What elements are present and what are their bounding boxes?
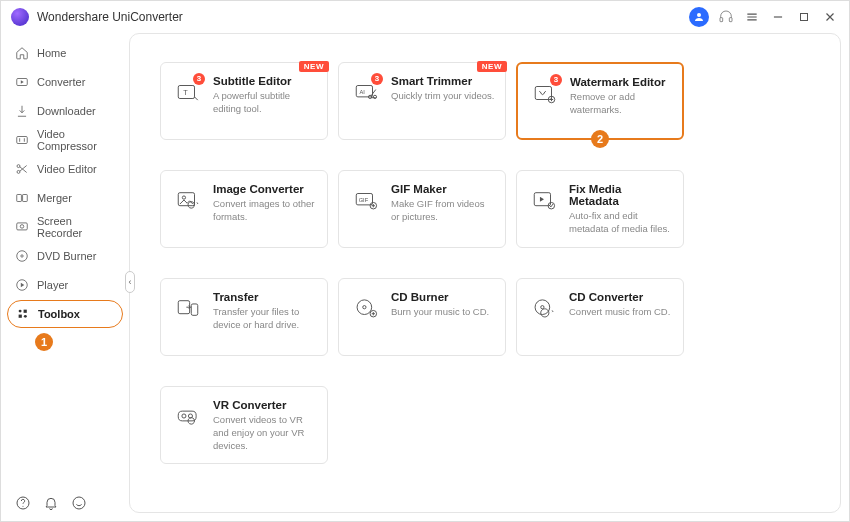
sidebar-item-video-editor[interactable]: Video Editor xyxy=(7,155,123,183)
cd-converter-icon xyxy=(529,293,559,323)
sidebar-item-dvd-burner[interactable]: DVD Burner xyxy=(7,242,123,270)
subtitle-editor-icon: T 3 xyxy=(173,77,203,107)
tool-title: Smart Trimmer xyxy=(391,75,494,87)
converter-icon xyxy=(15,75,29,89)
svg-point-21 xyxy=(73,497,85,509)
svg-point-42 xyxy=(535,300,550,315)
home-icon xyxy=(15,46,29,60)
tool-card-smart-trimmer[interactable]: NEW AI 3 Smart Trimmer Quickly trim your… xyxy=(338,62,506,140)
compress-icon xyxy=(15,133,29,147)
tools-grid-row4: VR Converter Convert videos to VR and en… xyxy=(160,386,820,464)
sidebar-item-player[interactable]: Player xyxy=(7,271,123,299)
tool-card-gif-maker[interactable]: GIF GIF Maker Make GIF from videos or pi… xyxy=(338,170,506,248)
tool-desc: Make GIF from videos or pictures. xyxy=(391,198,495,224)
svg-rect-1 xyxy=(720,18,723,22)
svg-point-12 xyxy=(17,251,28,262)
svg-rect-8 xyxy=(17,195,22,202)
watermark-editor-icon: 3 xyxy=(530,78,560,108)
tool-card-transfer[interactable]: Transfer Transfer your files to device o… xyxy=(160,278,328,356)
tool-title: GIF Maker xyxy=(391,183,495,195)
minimize-button[interactable] xyxy=(769,8,787,26)
badge-count: 3 xyxy=(371,73,383,85)
tool-card-vr-converter[interactable]: VR Converter Convert videos to VR and en… xyxy=(160,386,328,464)
tool-card-cd-converter[interactable]: CD Converter Convert music from CD. xyxy=(516,278,684,356)
sidebar-item-merger[interactable]: Merger xyxy=(7,184,123,212)
tool-desc: Burn your music to CD. xyxy=(391,306,489,319)
help-icon[interactable] xyxy=(15,495,31,511)
tool-title: VR Converter xyxy=(213,399,317,411)
sidebar-item-toolbox[interactable]: Toolbox xyxy=(7,300,123,328)
tool-title: Transfer xyxy=(213,291,317,303)
sidebar-collapse-handle[interactable]: ‹ xyxy=(125,271,135,293)
tool-desc: Remove or add watermarks. xyxy=(570,91,672,117)
svg-rect-16 xyxy=(24,310,27,313)
sidebar-item-downloader[interactable]: Downloader xyxy=(7,97,123,125)
record-icon xyxy=(15,220,29,234)
tool-card-image-converter[interactable]: Image Converter Convert images to other … xyxy=(160,170,328,248)
badge-count: 3 xyxy=(193,73,205,85)
svg-text:AI: AI xyxy=(360,89,366,95)
tool-desc: Convert music from CD. xyxy=(569,306,670,319)
tool-card-cd-burner[interactable]: CD Burner Burn your music to CD. xyxy=(338,278,506,356)
tool-desc: Convert videos to VR and enjoy on your V… xyxy=(213,414,317,452)
disc-icon xyxy=(15,249,29,263)
svg-point-15 xyxy=(19,310,22,313)
sidebar-item-label: Video Compressor xyxy=(37,128,115,152)
toolbox-icon xyxy=(16,307,30,321)
svg-point-18 xyxy=(24,315,27,318)
sidebar-item-video-compressor[interactable]: Video Compressor xyxy=(7,126,123,154)
menu-icon[interactable] xyxy=(743,8,761,26)
sidebar-item-label: Player xyxy=(37,279,68,291)
bell-icon[interactable] xyxy=(43,495,59,511)
user-avatar-icon[interactable] xyxy=(689,7,709,27)
sidebar-item-label: Video Editor xyxy=(37,163,97,175)
image-converter-icon xyxy=(173,185,203,215)
sidebar-item-label: DVD Burner xyxy=(37,250,96,262)
fix-metadata-icon xyxy=(529,185,559,215)
callout-badge-two: 2 xyxy=(591,130,609,148)
support-icon[interactable] xyxy=(717,8,735,26)
tool-card-watermark-editor[interactable]: 3 Watermark Editor Remove or add waterma… xyxy=(516,62,684,140)
scissors-icon xyxy=(15,162,29,176)
svg-rect-3 xyxy=(801,14,808,21)
tool-title: Image Converter xyxy=(213,183,317,195)
tool-desc: Auto-fix and edit metadata of media file… xyxy=(569,210,673,236)
sidebar-item-home[interactable]: Home xyxy=(7,39,123,67)
tool-desc: A powerful subtitle editing tool. xyxy=(213,90,317,116)
content-panel: NEW T 3 Subtitle Editor A powerful subti… xyxy=(129,33,841,513)
svg-point-43 xyxy=(541,306,544,309)
feedback-icon[interactable] xyxy=(71,495,87,511)
tool-title: Subtitle Editor xyxy=(213,75,317,87)
svg-point-39 xyxy=(357,300,372,315)
play-icon xyxy=(15,278,29,292)
gif-maker-icon: GIF xyxy=(351,185,381,215)
tool-desc: Convert images to other formats. xyxy=(213,198,317,224)
tool-desc: Quickly trim your videos. xyxy=(391,90,494,103)
tool-title: Fix Media Metadata xyxy=(569,183,673,207)
callout-badge-one: 1 xyxy=(35,333,53,351)
vr-converter-icon xyxy=(173,401,203,431)
svg-point-0 xyxy=(697,13,701,17)
svg-rect-9 xyxy=(23,195,28,202)
svg-rect-5 xyxy=(17,137,28,144)
tool-desc: Transfer your files to device or hard dr… xyxy=(213,306,317,332)
sidebar-item-screen-recorder[interactable]: Screen Recorder xyxy=(7,213,123,241)
app-logo-icon xyxy=(11,8,29,26)
transfer-icon xyxy=(173,293,203,323)
badge-count: 3 xyxy=(550,74,562,86)
new-badge: NEW xyxy=(299,61,329,72)
sidebar-item-label: Screen Recorder xyxy=(37,215,115,239)
tool-card-subtitle-editor[interactable]: NEW T 3 Subtitle Editor A powerful subti… xyxy=(160,62,328,140)
svg-rect-38 xyxy=(191,304,198,315)
svg-rect-2 xyxy=(729,18,732,22)
svg-point-31 xyxy=(182,196,185,199)
close-button[interactable] xyxy=(821,8,839,26)
tool-card-fix-media-metadata[interactable]: Fix Media Metadata Auto-fix and edit met… xyxy=(516,170,684,248)
sidebar-item-converter[interactable]: Converter xyxy=(7,68,123,96)
svg-point-45 xyxy=(182,414,186,418)
sidebar-item-label: Toolbox xyxy=(38,308,80,320)
maximize-button[interactable] xyxy=(795,8,813,26)
svg-text:GIF: GIF xyxy=(359,197,369,203)
sidebar-footer xyxy=(7,487,123,515)
svg-point-40 xyxy=(363,306,366,309)
